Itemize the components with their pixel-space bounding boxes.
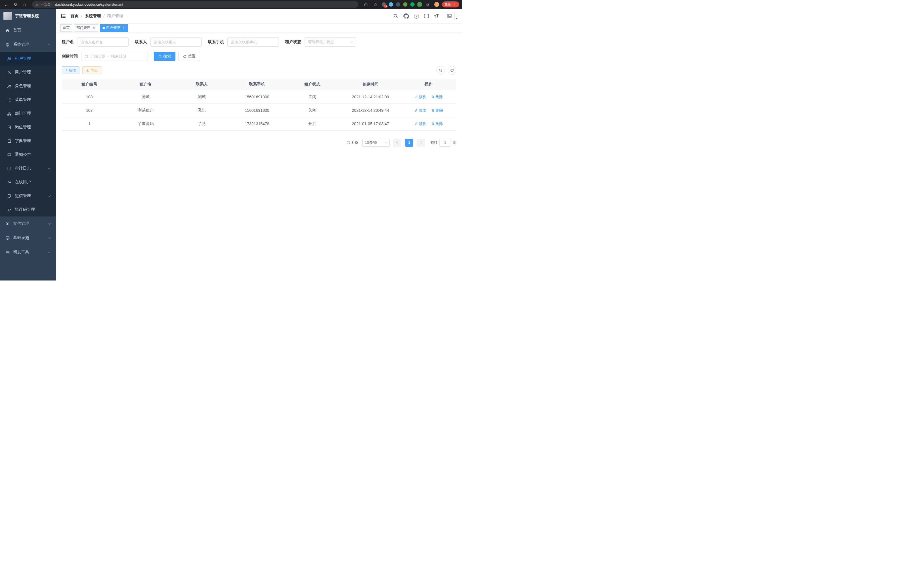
sidebar-item-infra[interactable]: 基础设施 [0,231,56,245]
tab-dept[interactable]: 部门管理 × [74,24,98,32]
add-button-label: 新增 [69,68,76,73]
field-label: 联系人 [135,39,147,45]
sidebar-item-label: 岗位管理 [15,125,51,130]
sidebar-item-audit[interactable]: 审计日志 [0,162,56,175]
cell-contact: 秃头 [174,104,230,117]
sidebar-item-system[interactable]: 系统管理 [0,38,56,52]
sidebar-item-home[interactable]: 首页 [0,23,56,38]
top-navbar: 首页 / 系统管理 / 租户管理 ? T [56,9,462,23]
home-icon [5,28,10,33]
fullscreen-icon[interactable] [424,14,429,19]
share-icon-glyph [364,2,368,7]
edit-link[interactable]: 修改 [414,121,426,126]
sidebar-item-label: 角色管理 [15,83,51,89]
delete-link[interactable]: 删除 [431,94,443,99]
close-icon[interactable]: × [92,26,96,30]
refresh-table-button[interactable] [448,66,456,75]
extensions-puzzle-icon[interactable] [424,1,431,8]
sidebar-collapse-icon[interactable] [61,14,66,19]
breadcrumb-system[interactable]: 系统管理 [85,14,101,19]
cell-name: 测试 [117,90,174,104]
pagination-total: 共 3 条 [347,140,358,145]
create-time-range-picker[interactable]: 开始日期 - 结束日期 [81,52,147,61]
sidebar-item-tenant[interactable]: 租户管理 [0,52,56,65]
browser-actions: ☆ 10 更新 ⋮ [362,1,459,8]
edit-label: 修改 [418,108,426,113]
refresh-icon [183,55,187,58]
contact-input[interactable] [150,38,202,47]
browser-update-button[interactable]: 更新 ⋮ [442,2,459,8]
sidebar-item-dict[interactable]: 字典管理 [0,134,56,148]
sidebar-logo[interactable]: 芋道管理系统 [0,9,56,23]
address-bar[interactable]: ⚠ 不安全 dashboard.yudao.iocoder.cn/system/… [32,1,358,8]
font-size-icon[interactable]: TT [434,14,439,18]
prev-page-button[interactable] [393,139,401,147]
edit-icon [414,95,418,99]
extension-icon[interactable] [410,2,415,7]
user-avatar-dropdown[interactable]: ▾ [444,12,458,20]
browser-home-icon[interactable]: ⌂ [21,1,28,8]
sidebar-item-online[interactable]: 在线用户 [0,175,56,189]
extension-icon[interactable] [389,2,393,7]
bookmark-star-icon[interactable]: ☆ [372,1,379,8]
sidebar-item-sms[interactable]: 短信管理 [0,189,56,203]
form-item-create-time: 创建时间 开始日期 - 结束日期 [62,52,147,61]
extension-icon[interactable] [396,2,400,7]
help-icon[interactable]: ? [414,14,419,19]
edit-link[interactable]: 修改 [414,94,426,99]
cell-id: 107 [62,104,117,117]
close-icon[interactable]: × [122,26,125,30]
breadcrumb-home[interactable]: 首页 [70,14,79,19]
extension-icon[interactable] [403,2,407,7]
browser-profile-avatar[interactable] [434,2,439,7]
mobile-input[interactable] [227,38,279,47]
cell-actions: 修改 删除 [401,117,456,130]
cell-status: 开启 [285,117,340,130]
export-button-label: 导出 [91,68,98,73]
browser-reload-icon[interactable]: ↻ [12,1,19,8]
pagination: 共 3 条 10条/页 1 前往 页 [62,139,456,147]
github-icon[interactable] [404,14,409,19]
extension-icon[interactable]: 10 [382,2,386,7]
pagination-goto: 前往 页 [430,139,456,147]
export-button[interactable]: 导出 [82,66,101,74]
browser-back-icon[interactable]: ← [3,1,10,8]
start-date-placeholder: 开始日期 [91,54,105,59]
sidebar-item-menu[interactable]: 菜单管理 [0,93,56,107]
sidebar-item-post[interactable]: 岗位管理 [0,120,56,134]
reset-button[interactable]: 重置 [178,52,200,61]
update-label: 更新 [445,2,452,7]
share-icon[interactable] [362,1,369,8]
next-page-button[interactable] [417,139,425,147]
sidebar-item-notice[interactable]: 通知公告 [0,148,56,162]
breadcrumb-current: 租户管理 [107,14,123,19]
status-select[interactable]: 请选择租户状态 [304,38,356,47]
tab-tenant[interactable]: 租户管理 × [100,24,128,32]
book-icon [7,139,11,143]
edit-link[interactable]: 修改 [414,108,426,113]
question-glyph: ? [414,14,419,19]
add-button[interactable]: + 新增 [62,66,80,74]
sidebar-item-user[interactable]: 用户管理 [0,65,56,79]
breadcrumb: 首页 / 系统管理 / 租户管理 [70,14,123,19]
delete-link[interactable]: 删除 [431,108,443,113]
tab-home[interactable]: 首页 [60,24,72,32]
tab-label: 首页 [63,26,70,30]
column-header-created: 创建时间 [340,79,401,90]
page-size-select[interactable]: 10条/页 [362,139,390,147]
page-number-1[interactable]: 1 [405,139,413,147]
table-toolbar: + 新增 导出 [62,66,456,75]
extension-icon[interactable] [417,2,422,7]
search-icon [158,55,162,58]
tenant-name-input[interactable] [77,38,129,47]
search-icon[interactable] [393,14,398,19]
search-button[interactable]: 搜索 [154,52,176,61]
sidebar-item-tool[interactable]: 研发工具 [0,245,56,259]
delete-link[interactable]: 删除 [431,121,443,126]
toggle-search-button[interactable] [436,66,445,75]
sidebar-item-role[interactable]: 角色管理 [0,79,56,93]
sidebar-item-dept[interactable]: 部门管理 [0,107,56,120]
sidebar-item-errorcode[interactable]: 错误码管理 [0,203,56,217]
sidebar-item-pay[interactable]: ¥ 支付管理 [0,217,56,231]
page-goto-input[interactable] [440,139,451,147]
